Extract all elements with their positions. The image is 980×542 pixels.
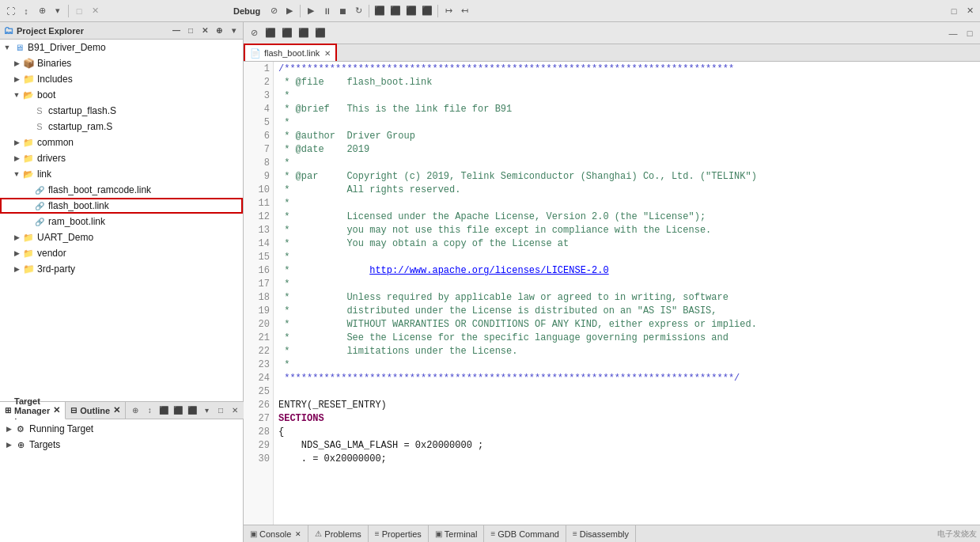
- toolbar-debug-icon-12[interactable]: ↤: [457, 4, 471, 18]
- right-toolbar-icon-1[interactable]: ⊘: [247, 26, 261, 40]
- boot-arrow: ▼: [11, 91, 22, 99]
- tree-ram-boot[interactable]: ▶ 🔗 ram_boot.link: [0, 214, 243, 229]
- panel-close-icon[interactable]: ✕: [199, 25, 211, 37]
- toolbar-debug-icon-3[interactable]: ▶: [304, 4, 318, 18]
- bottom-icon-5[interactable]: ⬛: [186, 404, 199, 417]
- debug-tab-label: Debug: [233, 6, 260, 16]
- target-manager-tab[interactable]: ⊞ Target Manager : ✕: [0, 402, 66, 419]
- link-label: link: [37, 169, 51, 180]
- gdb-command-tab[interactable]: ≡ GDB Command: [484, 525, 566, 543]
- bottom-left-header: ⊞ Target Manager : ✕ ⊟ Outline ✕ ⊕ ↕ ⬛ ⬛…: [0, 402, 243, 419]
- toolbar-icon-6[interactable]: ✕: [88, 4, 102, 18]
- toolbar-debug-icon-2[interactable]: ▶: [282, 4, 297, 18]
- problems-tab[interactable]: ⚠ Problems: [308, 525, 368, 543]
- tree-vendor[interactable]: ▶ 📁 vendor: [0, 245, 243, 261]
- console-close[interactable]: ✕: [295, 530, 301, 538]
- tree-3rdparty[interactable]: ▶ 📁 3rd-party: [0, 261, 243, 277]
- outline-close[interactable]: ✕: [113, 405, 120, 415]
- right-restore[interactable]: □: [963, 26, 977, 40]
- toolbar-icon-5[interactable]: □: [72, 4, 86, 18]
- panel-minimize-icon[interactable]: —: [170, 25, 183, 37]
- left-panel: 🗂 Project Explorer — □ ✕ ⊕ ▾ ▼ 🖥 B91_Dri…: [0, 22, 244, 542]
- bottom-minimize[interactable]: □: [214, 404, 227, 417]
- tree-drivers[interactable]: ▶ 📁 drivers: [0, 150, 243, 166]
- right-toolbar-icon-3[interactable]: ⬛: [280, 26, 294, 40]
- targets-label: Targets: [29, 439, 60, 450]
- properties-tab[interactable]: ≡ Properties: [369, 525, 429, 543]
- bottom-icon-1[interactable]: ⊕: [129, 404, 142, 417]
- tree-flash-boot-ramcode[interactable]: ▶ 🔗 flash_boot_ramcode.link: [0, 182, 243, 198]
- file-tab-close[interactable]: ✕: [324, 49, 331, 58]
- tree-cstartup-ram[interactable]: ▶ S cstartup_ram.S: [0, 119, 243, 135]
- vendor-icon: 📁: [22, 247, 35, 260]
- bottom-icon-2[interactable]: ↕: [143, 404, 156, 417]
- toolbar-icon-1[interactable]: ⛶: [3, 4, 17, 18]
- panel-header-icons: — □ ✕ ⊕ ▾: [170, 25, 240, 37]
- running-target-icon: ⚙: [14, 423, 27, 435]
- outline-tab[interactable]: ⊟ Outline ✕: [66, 402, 126, 419]
- toolbar-debug-icon-11[interactable]: ↦: [441, 4, 456, 18]
- drivers-label: drivers: [37, 153, 66, 164]
- separator-3: [369, 5, 369, 17]
- drivers-icon: 📁: [22, 152, 35, 165]
- binaries-label: Binaries: [37, 58, 71, 69]
- boot-label: boot: [37, 89, 55, 100]
- cstartup-flash-icon: S: [33, 104, 46, 117]
- toolbar-debug-icon-10[interactable]: ⬛: [420, 4, 434, 18]
- right-minimize[interactable]: —: [946, 26, 960, 40]
- bottom-icon-3[interactable]: ⬛: [157, 404, 170, 417]
- toolbar-debug-icon-1[interactable]: ⊘: [267, 4, 281, 18]
- running-target-item[interactable]: ▶ ⚙ Running Target: [3, 421, 240, 437]
- toolbar-icon-4[interactable]: ▾: [51, 4, 65, 18]
- toolbar-icon-3[interactable]: ⊕: [35, 4, 49, 18]
- tree-flash-boot[interactable]: ▶ 🔗 flash_boot.link: [0, 198, 243, 214]
- editor-area: 1234567891011121314151617181920212223242…: [244, 62, 980, 525]
- problems-icon: ⚠: [315, 529, 322, 538]
- uart-arrow: ▶: [11, 233, 22, 241]
- terminal-tab[interactable]: ▣ Terminal: [429, 525, 485, 543]
- file-tab-flash-boot[interactable]: 📄 flash_boot.link ✕: [244, 44, 337, 61]
- console-tab[interactable]: ▣ Console ✕: [244, 525, 308, 543]
- panel-restore-icon[interactable]: □: [184, 25, 197, 37]
- toolbar-icon-2[interactable]: ↕: [19, 4, 33, 18]
- bottom-icon-6[interactable]: ▾: [200, 404, 213, 417]
- right-toolbar-icon-2[interactable]: ⬛: [263, 26, 278, 40]
- toolbar-debug-icon-13[interactable]: □: [947, 4, 961, 18]
- targets-item[interactable]: ▶ ⊕ Targets: [3, 437, 240, 453]
- right-toolbar-icon-4[interactable]: ⬛: [297, 26, 311, 40]
- 3rdparty-label: 3rd-party: [37, 263, 75, 275]
- editor-tab-bar: 📄 flash_boot.link ✕: [244, 44, 980, 62]
- line-numbers: 1234567891011121314151617181920212223242…: [244, 62, 274, 525]
- tree-boot[interactable]: ▼ 📂 boot: [0, 87, 243, 103]
- target-manager-close[interactable]: ✕: [53, 405, 60, 415]
- right-toolbar-icon-5[interactable]: ⬛: [313, 26, 327, 40]
- toolbar-debug-icon-4[interactable]: ⏸: [320, 4, 334, 18]
- code-content[interactable]: /***************************************…: [274, 62, 980, 525]
- tree-common[interactable]: ▶ 📁 common: [0, 135, 243, 150]
- separator-2: [300, 5, 301, 17]
- common-icon: 📁: [22, 136, 35, 149]
- toolbar-debug-icon-6[interactable]: ↻: [351, 4, 365, 18]
- panel-arrow-icon[interactable]: ▾: [227, 25, 240, 37]
- tree-link[interactable]: ▼ 📂 link: [0, 166, 243, 182]
- disassembly-icon: ≡: [573, 529, 577, 538]
- status-bar: ▣ Console ✕ ⚠ Problems ≡ Properties ▣ Te…: [244, 525, 980, 542]
- uart-label: UART_Demo: [37, 232, 93, 243]
- targets-arrow: ▶: [3, 441, 14, 449]
- toolbar-debug-icon-14[interactable]: ✕: [963, 4, 977, 18]
- disassembly-tab[interactable]: ≡ Disassembly: [566, 525, 636, 543]
- toolbar-debug-icon-9[interactable]: ⬛: [404, 4, 418, 18]
- tree-includes[interactable]: ▶ 📁 Includes: [0, 71, 243, 87]
- panel-menu-icon[interactable]: ⊕: [213, 25, 225, 37]
- toolbar-debug-icon-8[interactable]: ⬛: [388, 4, 403, 18]
- toolbar-debug-icon-5[interactable]: ⏹: [335, 4, 350, 18]
- tree-root[interactable]: ▼ 🖥 B91_Driver_Demo: [0, 40, 243, 55]
- toolbar-debug-icon-7[interactable]: ⬛: [373, 4, 387, 18]
- tree-cstartup-flash[interactable]: ▶ S cstartup_flash.S: [0, 103, 243, 119]
- tree-binaries[interactable]: ▶ 📦 Binaries: [0, 55, 243, 71]
- bottom-icon-4[interactable]: ⬛: [172, 404, 184, 417]
- bottom-close[interactable]: ✕: [229, 404, 241, 417]
- outline-icon: ⊟: [70, 406, 77, 415]
- console-label: Console: [259, 529, 291, 539]
- tree-uart-demo[interactable]: ▶ 📁 UART_Demo: [0, 229, 243, 245]
